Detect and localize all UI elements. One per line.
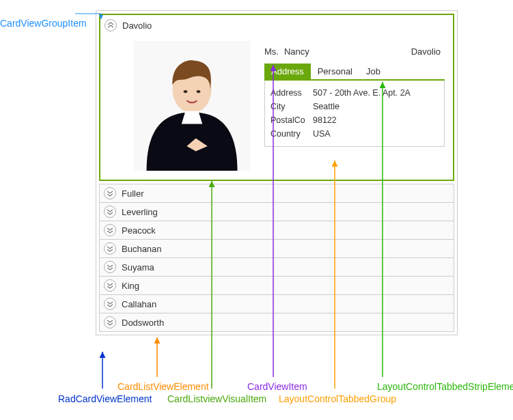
chevron-down-icon[interactable] [104, 316, 116, 328]
chevron-down-icon[interactable] [104, 224, 116, 236]
callout-cardviewgroupitem: CardViewGroupItem [0, 18, 87, 29]
first-name-label: Nancy [284, 46, 309, 57]
list-item-label: Dodsworth [122, 318, 164, 328]
field-postal: PostalCo 98122 [271, 113, 439, 127]
list-item[interactable]: King [99, 276, 454, 294]
field-value: Seattle [313, 102, 439, 111]
card-listview-visual-item: Ms. Nancy Davolio Address Personal Job A… [103, 36, 450, 176]
callout-tabbedstrip: LayoutControlTabbedStripElement [377, 381, 513, 392]
avatar [130, 41, 253, 171]
field-value: 507 - 20th Ave. E. Apt. 2A [313, 88, 439, 98]
svg-point-2 [184, 90, 188, 93]
chevron-down-icon[interactable] [104, 261, 116, 273]
callout-cardview: CardViewItem [247, 381, 307, 392]
list-item[interactable]: Peacock [99, 221, 454, 239]
list-item[interactable]: Leverling [99, 202, 454, 221]
field-country: Country USA [271, 127, 439, 141]
field-key: Address [271, 88, 313, 98]
list-item-label: Fuller [122, 188, 144, 199]
chevron-up-icon[interactable] [105, 19, 117, 31]
callout-cardlist: CardListViewElement [117, 381, 209, 392]
field-address: Address 507 - 20th Ave. E. Apt. 2A [271, 86, 439, 100]
name-row: Ms. Nancy Davolio [264, 46, 445, 57]
field-key: Country [271, 129, 313, 139]
card-details: Ms. Nancy Davolio Address Personal Job A… [264, 41, 445, 171]
card-view-group-item[interactable]: Davolio [103, 18, 450, 36]
list-item[interactable]: Fuller [99, 184, 454, 202]
field-city: City Seattle [271, 100, 439, 113]
field-value: 98122 [313, 115, 439, 125]
list-item-label: Buchanan [122, 244, 162, 254]
rad-card-view-element: Davolio Ms. [96, 10, 458, 335]
callout-visual: CardListviewVisualItem [167, 393, 266, 404]
tab-personal[interactable]: Personal [311, 64, 359, 79]
chevron-down-icon[interactable] [104, 187, 116, 199]
tab-address[interactable]: Address [264, 64, 311, 79]
callout-tabbedgroup: LayoutControlTabbedGroup [279, 393, 396, 404]
list-item[interactable]: Dodsworth [99, 313, 454, 332]
chevron-down-icon[interactable] [104, 206, 116, 218]
tab-job[interactable]: Job [359, 64, 387, 79]
chevron-down-icon[interactable] [104, 242, 116, 255]
field-key: PostalCo [271, 115, 313, 125]
card-header-label: Davolio [122, 20, 152, 31]
list-item-label: King [122, 281, 139, 291]
list-item[interactable]: Callahan [99, 294, 454, 313]
list-item-label: Peacock [122, 225, 156, 236]
list-item-label: Suyama [122, 262, 154, 272]
chevron-down-icon[interactable] [104, 298, 116, 310]
layout-control-tabbed-group: Address 507 - 20th Ave. E. Apt. 2A City … [264, 81, 445, 147]
list-item-label: Leverling [122, 207, 158, 217]
svg-point-3 [197, 90, 201, 93]
card-list-view-element: Fuller Leverling Peacock Buchanan Suyama… [99, 184, 454, 332]
list-item[interactable]: Buchanan [99, 239, 454, 257]
last-name-label: Davolio [411, 46, 441, 57]
title-label: Ms. [264, 46, 279, 57]
layout-control-tabbed-strip-element: Address Personal Job [264, 64, 445, 81]
list-item-label: Callahan [122, 299, 156, 309]
card-view-item: Davolio Ms. [99, 14, 454, 181]
field-value: USA [313, 129, 439, 139]
field-key: City [271, 102, 313, 111]
chevron-down-icon[interactable] [104, 279, 116, 292]
callout-rad: RadCardViewElement [58, 393, 152, 404]
list-item[interactable]: Suyama [99, 257, 454, 276]
